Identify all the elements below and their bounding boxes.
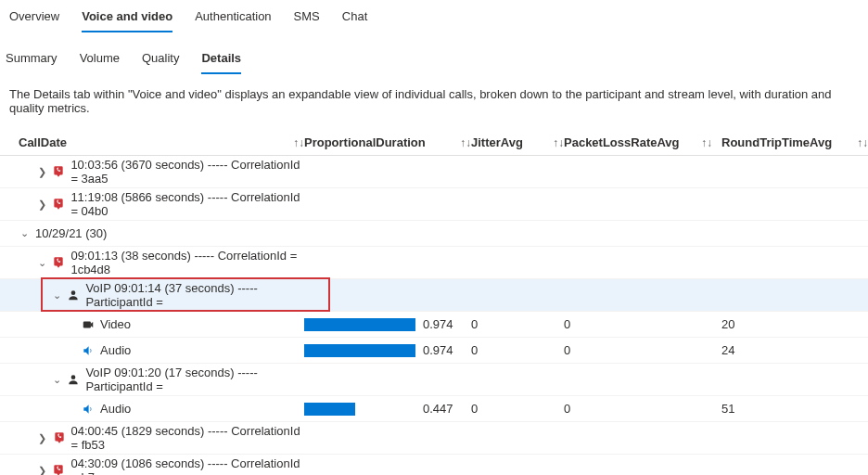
- row-label: Audio: [100, 402, 131, 416]
- subtab-quality[interactable]: Quality: [142, 45, 179, 74]
- row-label: VoIP 09:01:20 (17 seconds) ----- Partici…: [85, 366, 304, 393]
- tab-sms[interactable]: SMS: [294, 4, 320, 32]
- subtab-summary[interactable]: Summary: [6, 45, 57, 74]
- row-label: 04:00:45 (1829 seconds) ----- Correlatio…: [71, 424, 305, 452]
- sort-icon[interactable]: ↑↓: [293, 136, 304, 149]
- phone-icon: [53, 431, 66, 444]
- chevron-down-icon[interactable]: ⌄: [52, 374, 61, 386]
- table-row-participant[interactable]: ⌄ VoIP 09:01:14 (37 seconds) ----- Parti…: [0, 279, 868, 312]
- tab-voice-video[interactable]: Voice and video: [82, 4, 172, 32]
- subtab-volume[interactable]: Volume: [80, 45, 120, 74]
- packet-value: 0: [564, 343, 712, 357]
- row-label: Video: [100, 317, 131, 331]
- row-label: 04:30:09 (1086 seconds) ----- Correlatio…: [70, 456, 304, 475]
- secondary-tabs: Summary Volume Quality Details: [0, 32, 868, 74]
- jitter-value: 0: [471, 317, 564, 331]
- packet-value: 0: [564, 317, 712, 331]
- prop-value: 0.974: [423, 317, 453, 331]
- col-calldate-label[interactable]: CallDate: [19, 135, 67, 149]
- row-label: VoIP 09:01:14 (37 seconds) ----- Partici…: [85, 281, 304, 309]
- table-row[interactable]: ❯ 10:03:56 (3670 seconds) ----- Correlat…: [0, 156, 868, 188]
- chevron-down-icon[interactable]: ⌄: [37, 257, 46, 269]
- table-row-stream[interactable]: Audio 0.447 0 0 51: [0, 396, 868, 422]
- table-row[interactable]: ❯ 11:19:08 (5866 seconds) ----- Correlat…: [0, 188, 868, 221]
- packet-value: 0: [564, 402, 712, 416]
- row-label: 09:01:13 (38 seconds) ----- CorrelationI…: [70, 249, 304, 276]
- chevron-down-icon[interactable]: ⌄: [19, 227, 30, 239]
- chevron-down-icon[interactable]: ⌄: [52, 289, 61, 302]
- sort-icon[interactable]: ↑↓: [553, 136, 564, 149]
- col-prop-label[interactable]: ProportionalDuration: [304, 135, 426, 149]
- prop-value: 0.447: [423, 402, 453, 416]
- sort-icon[interactable]: ↑↓: [857, 136, 868, 149]
- row-label: 11:19:08 (5866 seconds) ----- Correlatio…: [70, 190, 304, 218]
- table-row-stream[interactable]: Audio 0.974 0 0 24: [0, 338, 868, 364]
- person-icon: [67, 373, 80, 386]
- phone-icon: [52, 198, 65, 211]
- prop-value: 0.974: [423, 343, 453, 357]
- rtt-value: 20: [712, 317, 868, 331]
- chevron-right-icon[interactable]: ❯: [37, 465, 46, 476]
- person-icon: [67, 289, 80, 302]
- tab-chat[interactable]: Chat: [342, 4, 367, 32]
- tab-overview[interactable]: Overview: [9, 4, 59, 32]
- table-row[interactable]: ❯ 04:30:09 (1086 seconds) ----- Correlat…: [0, 455, 868, 475]
- jitter-value: 0: [471, 402, 564, 416]
- table-row[interactable]: ⌄ 09:01:13 (38 seconds) ----- Correlatio…: [0, 247, 868, 279]
- rtt-value: 51: [712, 402, 868, 416]
- table-row-group[interactable]: ⌄ 10/29/21 (30): [0, 221, 868, 247]
- camera-icon: [82, 318, 95, 331]
- chevron-right-icon[interactable]: ❯: [37, 166, 46, 178]
- page-description: The Details tab within "Voice and video"…: [0, 74, 868, 130]
- sort-icon[interactable]: ↑↓: [460, 136, 471, 149]
- tab-authentication[interactable]: Authentication: [195, 4, 271, 32]
- speaker-icon: [82, 403, 95, 416]
- chevron-right-icon[interactable]: ❯: [37, 432, 47, 444]
- rtt-value: 24: [712, 343, 868, 357]
- primary-tabs: Overview Voice and video Authentication …: [0, 0, 868, 32]
- details-table: CallDate ↑↓ ProportionalDuration ↑↓ Jitt…: [0, 130, 868, 475]
- table-row[interactable]: ❯ 04:00:45 (1829 seconds) ----- Correlat…: [0, 422, 868, 455]
- row-label: 10/29/21 (30): [35, 226, 107, 240]
- phone-icon: [52, 464, 65, 475]
- jitter-value: 0: [471, 343, 564, 357]
- sort-icon[interactable]: ↑↓: [701, 136, 712, 149]
- phone-icon: [52, 165, 65, 178]
- speaker-icon: [82, 344, 95, 357]
- phone-icon: [52, 256, 65, 269]
- col-jitter-label[interactable]: JitterAvg: [471, 135, 523, 149]
- row-label: 10:03:56 (3670 seconds) ----- Correlatio…: [70, 158, 304, 186]
- table-row-participant[interactable]: ⌄ VoIP 09:01:20 (17 seconds) ----- Parti…: [0, 364, 868, 396]
- chevron-right-icon[interactable]: ❯: [37, 199, 46, 211]
- subtab-details[interactable]: Details: [201, 45, 241, 74]
- col-packet-label[interactable]: PacketLossRateAvg: [564, 135, 680, 149]
- table-row-stream[interactable]: Video 0.974 0 0 20: [0, 312, 868, 338]
- col-rtt-label[interactable]: RoundTripTimeAvg: [721, 135, 832, 149]
- table-header: CallDate ↑↓ ProportionalDuration ↑↓ Jitt…: [0, 130, 868, 156]
- row-label: Audio: [100, 343, 131, 357]
